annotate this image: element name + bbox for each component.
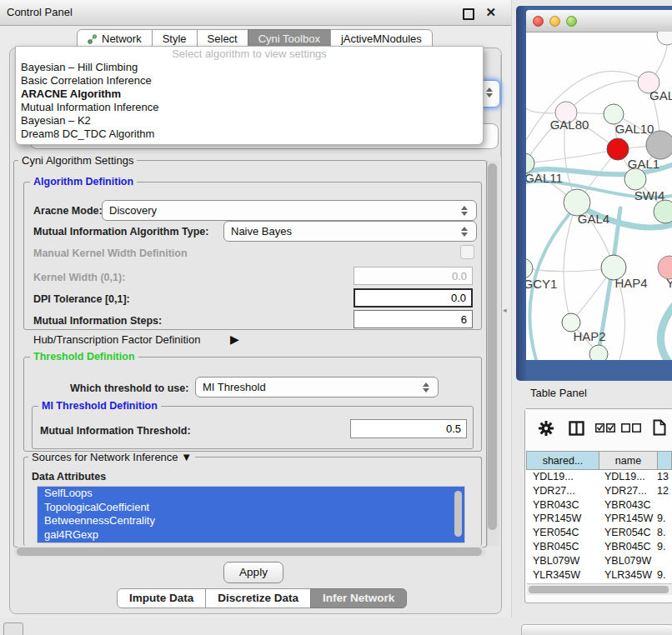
close-icon[interactable]: ✕ (485, 4, 496, 21)
settings-hscrollbar-thumb[interactable] (17, 548, 482, 556)
table-body[interactable]: YDL19...YDL19...13YDR27...YDR27...12YBR0… (527, 470, 672, 583)
mi-steps-label: Mutual Information Steps: (33, 315, 162, 327)
table-row[interactable]: YBR043CYBR043C (527, 498, 672, 512)
panel-collapse-icon[interactable]: ◂ (503, 306, 507, 314)
table-cell: YBR043C (599, 498, 657, 512)
attribute-item[interactable]: BetweennessCentrality (38, 514, 464, 528)
checked-columns-icon[interactable] (595, 423, 615, 432)
expand-arrow-icon[interactable]: ▶ (230, 332, 239, 346)
combobox-value: MI Threshold (203, 381, 423, 393)
mi-steps-input[interactable] (354, 310, 473, 328)
table-hscrollbar-thumb[interactable] (529, 586, 669, 593)
column-header-cut[interactable] (657, 451, 672, 470)
group-title: Algorithm Definition (30, 177, 137, 188)
manual-kernel-checkbox[interactable] (460, 245, 474, 259)
group-title: Threshold Definition (30, 352, 138, 362)
algorithm-option[interactable]: ARACNE Algorithm (16, 88, 483, 101)
stepper-arrows-icon (423, 382, 429, 392)
hub-section-label[interactable]: Hub/Transcription Factor Definition (33, 333, 200, 346)
close-traffic-light-icon[interactable] (533, 16, 544, 27)
columns-icon[interactable] (569, 421, 584, 436)
table-cell: YDR27... (599, 484, 657, 498)
network-icon (88, 34, 98, 44)
table-row[interactable]: YBR045CYBR045C9. (527, 540, 672, 554)
node-swi4[interactable] (624, 168, 646, 190)
kernel-width-input[interactable] (354, 267, 473, 285)
table-cell: YDR27... (527, 484, 599, 498)
table-row[interactable]: YLR345WYLR345W9. (527, 568, 672, 582)
aracne-mode-label: Aracne Mode: (33, 205, 103, 217)
tab-label: Style (163, 30, 187, 48)
algorithm-option[interactable]: Bayesian – K2 (16, 114, 483, 128)
node-label: GAL80 (550, 118, 589, 132)
group-title: MI Threshold Definition (38, 401, 161, 412)
sources-title[interactable]: Sources for Network Inference ▼ (28, 452, 195, 462)
data-attributes-list[interactable]: SelfLoopsTopologicalCoefficientBetweenne… (37, 486, 465, 543)
node[interactable] (657, 32, 672, 45)
combobox-value: Naive Bayes (231, 225, 461, 238)
table-row[interactable]: YER054CYER054C8. (527, 526, 672, 540)
manual-kernel-label: Manual Kernel Width Definition (33, 248, 188, 259)
mi-type-label: Mutual Information Algorithm Type: (33, 226, 208, 238)
node-label: GAL (649, 88, 672, 102)
application-window: Control Panel ✕ Network Style Select (0, 0, 672, 635)
table-cell: 13 (657, 470, 672, 484)
attribute-item[interactable]: SelfLoops (38, 487, 464, 501)
column-header-name[interactable]: name (599, 451, 658, 470)
float-window-icon[interactable] (463, 8, 474, 20)
kernel-width-label: Kernel Width (0,1): (33, 272, 125, 283)
network-window-titlebar[interactable] (526, 10, 672, 32)
table-cell: YBR045C (599, 540, 657, 554)
tab-discretize-data[interactable]: Discretize Data (205, 588, 311, 608)
attribute-item[interactable]: gal4RGexp (38, 528, 464, 542)
tab-label: jActiveMNodules (341, 30, 422, 48)
table-cell: YPR145W (599, 512, 657, 526)
node-gcy1[interactable] (526, 258, 533, 278)
minimize-traffic-light-icon[interactable] (549, 16, 560, 27)
bottom-left-button[interactable] (3, 622, 23, 635)
table-row[interactable]: YPR145WYPR145W9. (527, 512, 672, 526)
unchecked-columns-icon[interactable] (621, 423, 641, 432)
mi-threshold-input[interactable] (350, 419, 467, 438)
algorithm-dropdown-list: Bayesian – Hill ClimbingBasic Correlatio… (16, 61, 483, 141)
document-icon[interactable] (653, 419, 666, 436)
table-panel: shared... name YDL19...YDL19...13YDR27..… (524, 408, 672, 603)
bottom-tabs: Impute Data Discretize Data Infer Networ… (117, 588, 407, 608)
list-scrollbar-thumb[interactable] (454, 491, 462, 537)
gear-icon[interactable] (539, 421, 554, 436)
table-cell: YER054C (527, 526, 599, 540)
table-row[interactable]: YDL19...YDL19...13 (527, 470, 672, 484)
mi-type-combobox[interactable]: Naive Bayes (223, 221, 477, 242)
algorithm-option[interactable]: Bayesian – Hill Climbing (16, 61, 483, 74)
table-cell: YPR145W (527, 512, 599, 526)
tab-label: Cyni Toolbox (258, 30, 320, 48)
algorithm-option[interactable]: Dream8 DC_TDC Algorithm (16, 128, 483, 141)
table-hscrollbar-track[interactable] (527, 583, 672, 595)
table-cell: 9. (657, 512, 672, 526)
node-green-bottom[interactable] (589, 345, 608, 360)
dpi-tolerance-input[interactable] (354, 288, 473, 308)
aracne-mode-combobox[interactable]: Discovery (102, 200, 477, 221)
zoom-traffic-light-icon[interactable] (566, 16, 577, 27)
group-border-fragment (500, 55, 501, 157)
table-row[interactable]: YBL079WYBL079W (527, 554, 672, 568)
node-gal1-selected[interactable] (607, 138, 629, 160)
node-green-right[interactable] (654, 200, 672, 223)
table-cell: YDL19... (599, 470, 657, 484)
network-canvas[interactable]: GAL GAL80 GAL10 GAL1 GAL11 SWI4 GAL4 GCY… (526, 32, 672, 360)
bottom-right-bar (521, 624, 672, 635)
settings-scrollbar-thumb[interactable] (488, 163, 497, 530)
dropdown-prompt: Select algorithm to view settings (16, 47, 483, 61)
table-row[interactable]: YDR27...YDR27...12 (527, 484, 672, 498)
which-threshold-combobox[interactable]: MI Threshold (195, 377, 439, 398)
attribute-item[interactable]: TopologicalCoefficient (38, 501, 464, 515)
table-cell: YBR043C (527, 498, 599, 512)
column-header-shared-name[interactable]: shared... (526, 451, 599, 470)
table-cell: YDL19... (527, 470, 599, 484)
algorithm-option[interactable]: Mutual Information Inference (16, 101, 483, 114)
algorithm-option[interactable]: Basic Correlation Inference (16, 74, 483, 88)
tab-impute-data[interactable]: Impute Data (117, 588, 206, 608)
apply-button[interactable]: Apply (223, 562, 283, 583)
control-panel: Control Panel ✕ Network Style Select (0, 0, 512, 618)
tab-infer-network[interactable]: Infer Network (310, 588, 407, 608)
